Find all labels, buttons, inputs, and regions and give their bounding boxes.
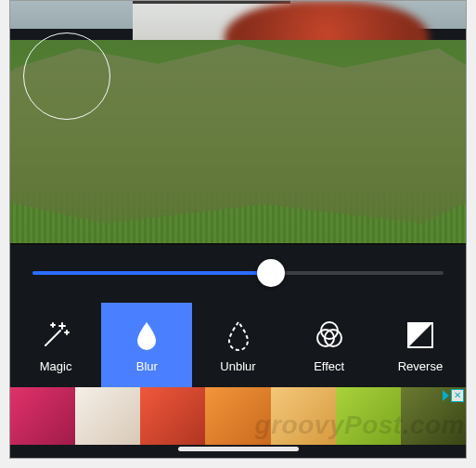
tool-magic-label: Magic xyxy=(40,359,72,373)
tool-effect[interactable]: Effect xyxy=(284,303,375,388)
tool-unblur-label: Unblur xyxy=(220,359,255,373)
image-preview[interactable] xyxy=(10,1,466,243)
brush-cursor-icon[interactable] xyxy=(23,32,110,120)
adchoices-badge[interactable]: ✕ xyxy=(443,389,464,402)
tool-unblur[interactable]: Unblur xyxy=(192,303,283,388)
tool-reverse-label: Reverse xyxy=(398,359,443,373)
svg-line-0 xyxy=(45,331,60,345)
drop-outline-icon xyxy=(221,318,256,353)
tool-blur-label: Blur xyxy=(136,359,158,373)
magic-wand-icon xyxy=(38,318,73,353)
tool-effect-label: Effect xyxy=(314,359,344,373)
ad-tile xyxy=(336,387,401,445)
ad-banner[interactable]: ✕ xyxy=(10,387,466,445)
toolbar: Magic Blur Unblur xyxy=(10,303,466,388)
slider-fill xyxy=(32,271,271,275)
drop-icon xyxy=(129,318,164,353)
adchoices-icon xyxy=(443,390,449,401)
tool-blur[interactable]: Blur xyxy=(101,303,192,388)
ad-tile xyxy=(271,387,336,445)
ad-tile xyxy=(75,387,140,445)
slider-row xyxy=(10,243,466,303)
intensity-slider[interactable] xyxy=(32,271,444,275)
slider-thumb[interactable] xyxy=(257,259,285,287)
home-indicator[interactable] xyxy=(10,445,466,458)
app-frame: Magic Blur Unblur xyxy=(9,0,467,459)
tool-reverse[interactable]: Reverse xyxy=(375,303,466,388)
close-ad-icon[interactable]: ✕ xyxy=(451,389,464,402)
reverse-icon xyxy=(403,318,438,353)
ad-tile xyxy=(140,387,205,445)
ad-tile xyxy=(205,387,270,445)
venn-icon xyxy=(312,318,347,353)
ad-tile xyxy=(10,387,75,445)
tool-magic[interactable]: Magic xyxy=(10,303,101,388)
